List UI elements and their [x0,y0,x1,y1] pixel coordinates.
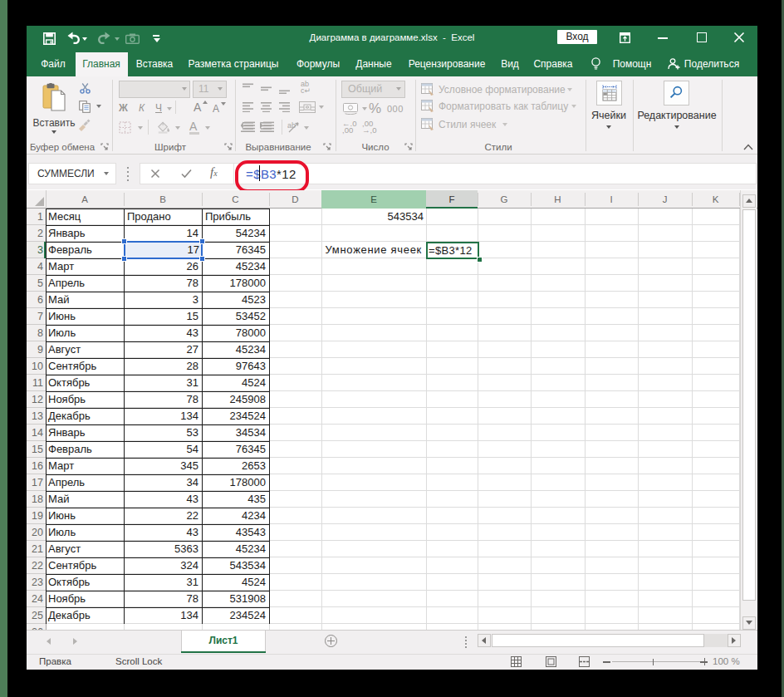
svg-text:ab: ab [287,121,296,130]
